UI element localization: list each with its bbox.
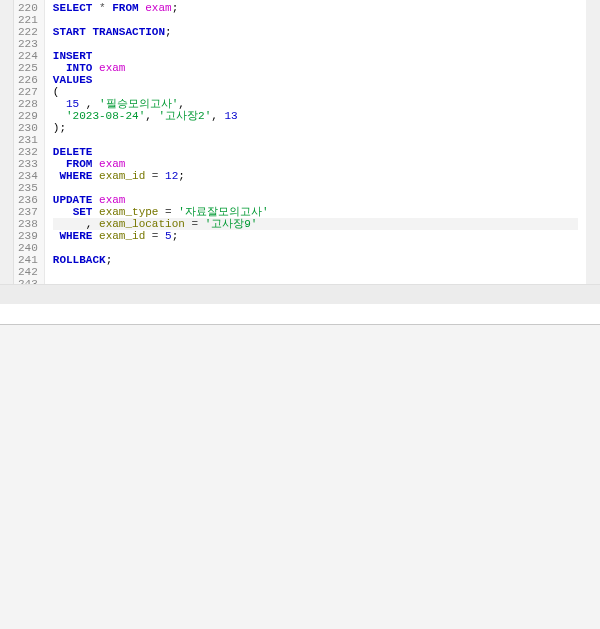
code-area[interactable]: SELECT * FROM exam; START TRANSACTION; I…: [45, 0, 586, 284]
line-number: 241: [18, 254, 38, 266]
token-punct: ,: [53, 218, 99, 230]
code-line[interactable]: DELETE: [53, 146, 578, 158]
token-kw: INTO: [66, 62, 92, 74]
code-line[interactable]: UPDATE exam: [53, 194, 578, 206]
code-line[interactable]: );: [53, 122, 578, 134]
line-number: 240: [18, 242, 38, 254]
token-op: =: [145, 170, 165, 182]
token-str: '필승모의고사': [99, 98, 178, 110]
line-number: 237: [18, 206, 38, 218]
code-line[interactable]: [53, 182, 578, 194]
line-number: 220: [18, 2, 38, 14]
token-punct: );: [53, 122, 66, 134]
line-number: 222: [18, 26, 38, 38]
token-kw: WHERE: [59, 230, 92, 242]
token-num: 12: [165, 170, 178, 182]
code-line[interactable]: FROM exam: [53, 158, 578, 170]
editor-footer-strip: [0, 284, 600, 304]
token-str: '자료잘모의고사': [178, 206, 268, 218]
code-line[interactable]: SELECT * FROM exam;: [53, 2, 578, 14]
token-kw: SET: [73, 206, 93, 218]
token-ident: exam: [99, 158, 125, 170]
token-punct: ;: [178, 170, 185, 182]
line-number-gutter: 2202212222232242252262272282292302312322…: [14, 0, 45, 284]
token-kw: TRANSACTION: [92, 26, 165, 38]
token-punct: ;: [172, 2, 179, 14]
token-punct: ;: [165, 26, 172, 38]
code-line[interactable]: ROLLBACK;: [53, 254, 578, 266]
token-num: 15: [66, 98, 79, 110]
marker-margin: [0, 0, 14, 284]
token-kw: FROM: [66, 158, 92, 170]
line-number: 226: [18, 74, 38, 86]
vertical-scrollbar[interactable]: [586, 0, 600, 284]
code-line[interactable]: [53, 242, 578, 254]
token-op: =: [185, 218, 205, 230]
token-op: =: [158, 206, 178, 218]
line-number: 227: [18, 86, 38, 98]
line-number: 225: [18, 62, 38, 74]
line-number: 228: [18, 98, 38, 110]
code-line[interactable]: '2023-08-24', '고사장2', 13: [53, 110, 578, 122]
line-number: 224: [18, 50, 38, 62]
token-kw: UPDATE: [53, 194, 93, 206]
token-ident: exam: [99, 62, 125, 74]
line-number: 229: [18, 110, 38, 122]
line-number: 233: [18, 158, 38, 170]
line-number: 235: [18, 182, 38, 194]
code-line[interactable]: INSERT: [53, 50, 578, 62]
code-line[interactable]: VALUES: [53, 74, 578, 86]
results-panel[interactable]: [0, 324, 600, 629]
token-plain: [53, 158, 66, 170]
token-func-ish: exam_location: [99, 218, 185, 230]
token-plain: [53, 110, 66, 122]
token-kw: SELECT: [53, 2, 93, 14]
code-line[interactable]: [53, 278, 578, 284]
code-line[interactable]: 15 , '필승모의고사',: [53, 98, 578, 110]
code-line[interactable]: , exam_location = '고사장9': [53, 218, 578, 230]
token-kw: DELETE: [53, 146, 93, 158]
token-op: =: [145, 230, 165, 242]
line-number: 234: [18, 170, 38, 182]
token-str: '고사장2': [158, 110, 211, 122]
code-line[interactable]: [53, 134, 578, 146]
line-number: 232: [18, 146, 38, 158]
token-kw: START: [53, 26, 86, 38]
token-func-ish: exam_type: [99, 206, 158, 218]
code-line[interactable]: WHERE exam_id = 12;: [53, 170, 578, 182]
code-line[interactable]: INTO exam: [53, 62, 578, 74]
code-line[interactable]: START TRANSACTION;: [53, 26, 578, 38]
token-op: *: [99, 2, 106, 14]
token-plain: [53, 62, 66, 74]
token-kw: FROM: [112, 2, 138, 14]
line-number: 231: [18, 134, 38, 146]
token-kw: INSERT: [53, 50, 93, 62]
token-kw: ROLLBACK: [53, 254, 106, 266]
token-str: '고사장9': [205, 218, 258, 230]
token-punct: ;: [106, 254, 113, 266]
token-str: '2023-08-24': [66, 110, 145, 122]
code-editor[interactable]: 2202212222232242252262272282292302312322…: [0, 0, 600, 284]
line-number: 230: [18, 122, 38, 134]
token-ident: exam: [99, 194, 125, 206]
code-line[interactable]: [53, 266, 578, 278]
line-number: 242: [18, 266, 38, 278]
token-plain: [53, 98, 66, 110]
token-punct: (: [53, 86, 60, 98]
code-line[interactable]: [53, 14, 578, 26]
token-punct: ,: [145, 110, 158, 122]
token-plain: [53, 206, 73, 218]
code-line[interactable]: WHERE exam_id = 5;: [53, 230, 578, 242]
code-line[interactable]: (: [53, 86, 578, 98]
token-num: 5: [165, 230, 172, 242]
ide-window: 2202212222232242252262272282292302312322…: [0, 0, 600, 629]
line-number: 236: [18, 194, 38, 206]
token-punct: ,: [79, 98, 99, 110]
token-punct: ,: [211, 110, 224, 122]
code-line[interactable]: SET exam_type = '자료잘모의고사': [53, 206, 578, 218]
token-func-ish: exam_id: [99, 230, 145, 242]
line-number: 223: [18, 38, 38, 50]
line-number: 238: [18, 218, 38, 230]
code-line[interactable]: [53, 38, 578, 50]
token-punct: ,: [178, 98, 185, 110]
